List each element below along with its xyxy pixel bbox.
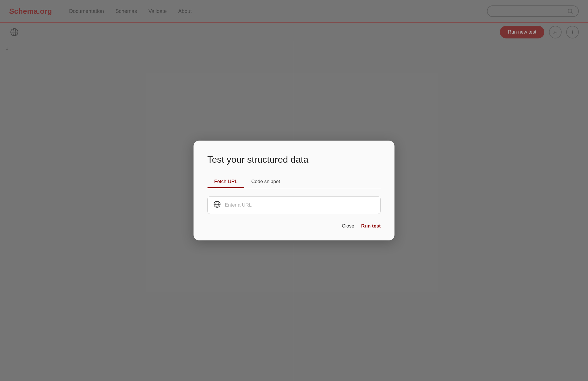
tab-fetch-url[interactable]: Fetch URL <box>207 175 244 188</box>
run-test-button[interactable]: Run test <box>361 223 381 229</box>
url-input[interactable] <box>225 202 375 208</box>
url-globe-svg <box>213 201 221 208</box>
close-button[interactable]: Close <box>342 223 354 229</box>
modal-dialog: Test your structured data Fetch URL Code… <box>194 141 394 240</box>
modal-actions: Close Run test <box>207 223 381 229</box>
tabs-container: Fetch URL Code snippet <box>207 175 381 188</box>
url-globe-icon <box>213 201 221 210</box>
modal-overlay[interactable]: Test your structured data Fetch URL Code… <box>0 0 588 381</box>
url-input-container <box>207 196 381 214</box>
tab-code-snippet[interactable]: Code snippet <box>244 175 287 188</box>
modal-title: Test your structured data <box>207 154 381 165</box>
